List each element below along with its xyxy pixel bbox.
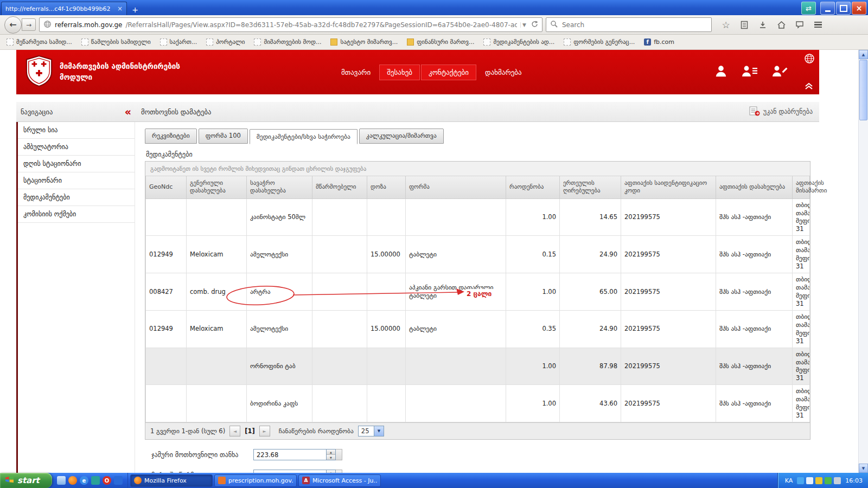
bookmark-item[interactable]: ფორმების გენერაც... bbox=[564, 38, 635, 46]
bookmarks-panel-icon[interactable] bbox=[738, 18, 751, 31]
sidebar-item[interactable]: მედიკამენტები bbox=[18, 189, 135, 206]
search-input[interactable] bbox=[561, 21, 707, 29]
spinner-down-icon[interactable]: ▼ bbox=[327, 455, 335, 460]
column-header[interactable]: დოზა bbox=[367, 176, 406, 198]
column-header[interactable]: აფთიაქის საიდენტიფიკაციო კოდი bbox=[621, 176, 716, 198]
sidebar-item[interactable]: სრული სია bbox=[18, 122, 135, 139]
next-page-button[interactable]: ► bbox=[259, 426, 270, 436]
bookmark-item[interactable]: მეწარმეთა სამიდ... bbox=[7, 38, 72, 46]
opera-icon[interactable]: O bbox=[103, 476, 111, 485]
group-panel[interactable]: გადმოიტანეთ ის სვეტი რომლის მიხედვითაც გ… bbox=[145, 162, 810, 176]
user-list-icon[interactable] bbox=[741, 64, 758, 80]
bookmark-item[interactable]: ffb.com bbox=[644, 38, 674, 46]
site-identity-icon[interactable] bbox=[43, 20, 52, 30]
browser-tab[interactable]: http://referrals...c4f-1c90bb499b62 × bbox=[1, 2, 127, 15]
sidebar-item[interactable]: კომისიის ოქმები bbox=[18, 206, 135, 223]
menu-icon[interactable] bbox=[812, 18, 825, 31]
network-tray-icon[interactable] bbox=[797, 477, 804, 484]
task-button[interactable]: AMicrosoft Access - Ju... bbox=[298, 474, 381, 487]
sidebar-item[interactable]: სტაციონარი bbox=[18, 172, 135, 189]
tab[interactable]: მედიკამენტები/სხვა საჭიროება bbox=[250, 129, 358, 144]
grid-row[interactable]: 012949Meloxicamამელოტექსი15.00000ტაბლეტი… bbox=[146, 236, 810, 273]
tab[interactable]: ფორმა 100 bbox=[199, 129, 248, 144]
search-box[interactable] bbox=[546, 17, 712, 32]
nav-link[interactable]: დახმარება bbox=[477, 65, 529, 80]
task-button[interactable]: Mozilla Firefox bbox=[130, 474, 213, 487]
home-icon[interactable] bbox=[775, 18, 788, 31]
page-size-select[interactable]: 25 ▼ bbox=[358, 426, 384, 436]
column-header[interactable]: ერთეულის ღირებულება bbox=[560, 176, 621, 198]
current-page[interactable]: [1] bbox=[245, 427, 255, 435]
column-header[interactable]: აფთიაქის დასახელება bbox=[716, 176, 793, 198]
scrollbar-thumb[interactable] bbox=[859, 60, 867, 120]
forward-button[interactable]: → bbox=[22, 18, 36, 31]
grid-row[interactable]: 008427comb. drugარტრააპკიანი გარსით დაფა… bbox=[146, 273, 810, 311]
user-edit-icon[interactable] bbox=[771, 64, 788, 80]
amount-input[interactable]: 223.68▲▼ bbox=[253, 449, 342, 460]
media-player-icon[interactable] bbox=[91, 476, 100, 485]
prev-page-button[interactable]: ◄ bbox=[229, 426, 240, 436]
url-bar[interactable]: referrals.moh.gov.ge /ReferralsHall/Page… bbox=[39, 17, 542, 32]
column-header[interactable]: მწარმოებელი bbox=[312, 176, 367, 198]
column-header[interactable]: რაოდენობა bbox=[506, 176, 560, 198]
close-button[interactable]: × bbox=[852, 2, 866, 15]
column-header[interactable]: აფთიაქის მისამართი bbox=[793, 176, 810, 198]
scroll-down-icon[interactable]: ▼ bbox=[859, 464, 868, 473]
nav-link[interactable]: კონტაქტები bbox=[421, 65, 476, 80]
update-tray-icon[interactable] bbox=[825, 477, 832, 484]
nav-link[interactable]: შესახებ bbox=[379, 65, 420, 80]
grid-row[interactable]: ორნოფინი ტაბ1.0087.98202199575შპს ასჰ -ა… bbox=[146, 348, 810, 385]
chat-icon[interactable] bbox=[793, 18, 806, 31]
scroll-up-icon[interactable]: ▲ bbox=[859, 50, 868, 59]
firefox-icon[interactable] bbox=[68, 476, 77, 485]
tab-groups-icon[interactable]: ⇄ bbox=[801, 2, 816, 15]
internet-explorer-icon[interactable]: e bbox=[80, 476, 88, 485]
spinner-up-icon[interactable]: ▲ bbox=[327, 450, 335, 455]
column-header[interactable]: ფორმა bbox=[406, 176, 506, 198]
scroll-top-icon[interactable] bbox=[804, 82, 814, 92]
screen: http://referrals...c4f-1c90bb499b62 × + … bbox=[0, 0, 868, 488]
browser-scrollbar[interactable]: ▲ ▼ bbox=[858, 50, 868, 473]
back-button[interactable]: ← bbox=[4, 16, 22, 34]
sidebar-collapse-icon[interactable]: « bbox=[125, 107, 131, 117]
grid-row[interactable]: ბოდირინა კაფს1.0043.60202199575შპს ასჰ -… bbox=[146, 385, 810, 422]
column-header[interactable]: სავაჭრო დასახელება bbox=[247, 176, 312, 198]
bookmark-item[interactable]: სატესტო მიმართვ... bbox=[330, 38, 398, 46]
new-tab-button[interactable]: + bbox=[128, 4, 142, 15]
reload-icon[interactable] bbox=[531, 21, 538, 29]
antivirus-tray-icon[interactable] bbox=[815, 477, 822, 484]
outlook-icon[interactable] bbox=[114, 476, 123, 485]
bookmark-item[interactable]: წამლების სამიდელი bbox=[81, 38, 151, 46]
input-value[interactable]: 223.68 bbox=[254, 450, 326, 460]
bookmark-item[interactable]: ფინანსური მართვ... bbox=[407, 38, 474, 46]
sidebar-item[interactable]: ამბულატორია bbox=[18, 139, 135, 156]
bookmark-star-icon[interactable]: ☆ bbox=[719, 18, 732, 31]
grid-row[interactable]: 012949Meloxicamამელოტექსი15.00000ტაბლეტი… bbox=[146, 310, 810, 348]
bookmark-item[interactable]: მედიკამენტების ად... bbox=[483, 38, 554, 46]
tab[interactable]: კალკულაცია/მიმართვა bbox=[359, 129, 444, 144]
task-button[interactable]: prescription.moh.gov... bbox=[214, 474, 297, 487]
volume-tray-icon[interactable] bbox=[806, 477, 813, 484]
nav-link[interactable]: მთავარი bbox=[334, 65, 378, 80]
url-dropdown-icon[interactable]: ▼ bbox=[520, 22, 528, 28]
language-indicator[interactable]: KA bbox=[785, 477, 793, 484]
back-link[interactable]: უკან დაბრუნება bbox=[749, 106, 813, 118]
tab-close-icon[interactable]: × bbox=[117, 5, 123, 12]
start-button[interactable]: start bbox=[0, 473, 52, 488]
show-desktop-icon[interactable] bbox=[57, 476, 66, 485]
globe-icon[interactable] bbox=[804, 53, 815, 66]
dropdown-arrow-icon[interactable]: ▼ bbox=[374, 426, 384, 436]
bookmark-item[interactable]: საქართ... bbox=[160, 38, 197, 46]
tab[interactable]: რეკვიზიტები bbox=[145, 129, 197, 144]
maximize-button[interactable] bbox=[836, 2, 851, 15]
bookmark-item[interactable]: მიმართვების მოდ... bbox=[254, 38, 321, 46]
usb-tray-icon[interactable] bbox=[834, 477, 841, 484]
downloads-icon[interactable] bbox=[756, 18, 769, 31]
column-header[interactable]: GeoNdc bbox=[146, 176, 187, 198]
bookmark-item[interactable]: პორტალი bbox=[206, 38, 245, 46]
user-icon[interactable] bbox=[714, 64, 728, 80]
grid-row[interactable]: კაინოსტატი 50მლ1.0014.65202199575შპს ასჰ… bbox=[146, 198, 810, 236]
column-header[interactable]: გენერიული დასახელება bbox=[187, 176, 247, 198]
minimize-button[interactable] bbox=[820, 2, 835, 15]
sidebar-item[interactable]: დღის სტაციონარი bbox=[18, 156, 135, 172]
